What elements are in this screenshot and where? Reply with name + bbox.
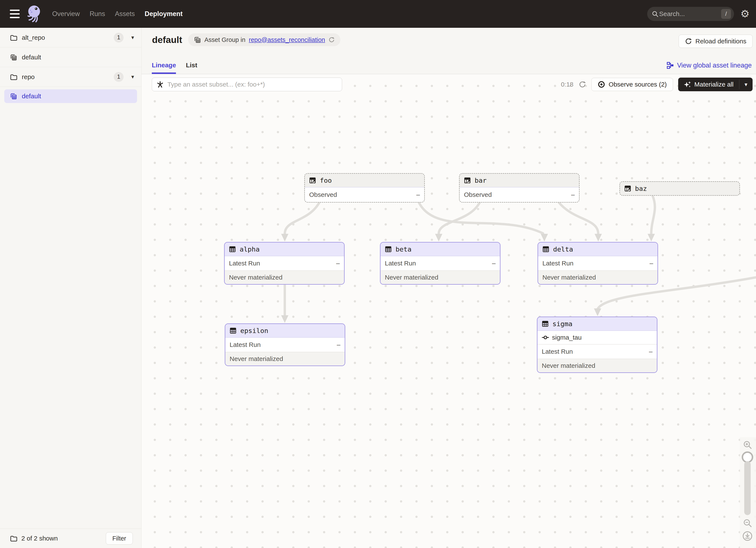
asset-name: foo xyxy=(320,177,332,184)
filter-button[interactable]: Filter xyxy=(106,532,133,545)
asset-name: baz xyxy=(635,185,647,192)
source-asset-icon xyxy=(624,185,632,192)
asset-selection-icon xyxy=(156,81,164,88)
row-label: Never materialized xyxy=(542,362,595,369)
canvas-actions: 0:18 Observe sources (2) xyxy=(561,78,753,91)
row-value: – xyxy=(649,348,653,355)
reload-definitions-button[interactable]: Reload definitions xyxy=(679,35,753,48)
sidebar-item-repo[interactable]: repo 1 ▾ xyxy=(0,67,141,87)
asset-name: beta xyxy=(396,246,412,253)
materialize-dropdown[interactable]: ▾ xyxy=(739,78,753,91)
asset-subset-input[interactable] xyxy=(167,81,338,88)
shown-count: 2 of 2 shown xyxy=(21,535,58,542)
materialize-all-button[interactable]: Materialize all ▾ xyxy=(678,78,753,91)
table-asset-icon xyxy=(229,327,237,334)
dagster-logo-icon[interactable] xyxy=(25,4,42,24)
sidebar-item-default-repo-selected[interactable]: default xyxy=(4,89,137,103)
zoom-controls xyxy=(741,440,754,542)
asset-subset-filter[interactable] xyxy=(152,78,342,91)
row-label: Latest Run xyxy=(542,260,573,267)
table-asset-icon xyxy=(229,246,236,253)
row-label: Latest Run xyxy=(542,348,573,355)
repo-location-link[interactable]: repo@assets_reconciliation xyxy=(249,36,325,43)
nav-assets[interactable]: Assets xyxy=(115,10,135,18)
refresh-icon[interactable] xyxy=(328,37,335,43)
asset-node-delta[interactable]: delta Latest Run – Never materialized xyxy=(537,242,658,285)
sidebar-item-alt-repo[interactable]: alt_repo 1 ▾ xyxy=(0,28,141,47)
zoom-slider-track[interactable] xyxy=(744,461,751,515)
lineage-graph-icon xyxy=(666,62,674,69)
row-value: – xyxy=(416,191,420,198)
chevron-down-icon: ▾ xyxy=(744,81,747,88)
asset-name: delta xyxy=(553,246,573,253)
row-label: Latest Run xyxy=(385,260,416,267)
chevron-down-icon[interactable]: ▾ xyxy=(131,74,134,80)
sidebar-item-label: repo xyxy=(22,73,35,81)
observe-eye-icon xyxy=(598,81,605,88)
sidebar-item-label: default xyxy=(22,54,41,61)
row-label: Never materialized xyxy=(542,274,596,281)
table-asset-icon xyxy=(542,246,550,253)
nav-links: Overview Runs Assets Deployment xyxy=(52,10,183,18)
table-asset-icon xyxy=(541,320,549,328)
folder-icon xyxy=(10,73,17,81)
search-icon xyxy=(651,10,659,18)
refresh-icon[interactable] xyxy=(579,81,586,88)
sidebar-item-default-altrepo[interactable]: default xyxy=(0,47,141,67)
tab-list[interactable]: List xyxy=(186,62,197,74)
chevron-down-icon[interactable]: ▾ xyxy=(131,34,134,41)
asset-check-name: sigma_tau xyxy=(552,334,582,341)
asset-node-baz[interactable]: baz xyxy=(619,181,740,196)
menu-icon[interactable] xyxy=(10,10,20,18)
row-label: Latest Run xyxy=(229,260,260,267)
row-value: – xyxy=(492,260,496,267)
asset-group-header: default Asset Group in repo@assets_recon… xyxy=(141,28,756,74)
sidebar-footer: 2 of 2 shown Filter xyxy=(0,529,141,548)
source-asset-icon xyxy=(309,177,316,184)
asset-node-beta[interactable]: beta Latest Run – Never materialized xyxy=(380,242,501,285)
global-search[interactable]: / xyxy=(647,7,734,21)
reload-icon xyxy=(685,38,692,45)
nav-deployment[interactable]: Deployment xyxy=(145,10,183,18)
row-label: Never materialized xyxy=(229,274,282,281)
folder-icon xyxy=(10,34,17,41)
refresh-timer: 0:18 xyxy=(561,81,573,88)
asset-name: sigma xyxy=(552,320,572,328)
settings-gear-icon[interactable]: ⚙ xyxy=(740,9,750,19)
sidebar-item-label: default xyxy=(22,93,41,100)
observe-sources-button[interactable]: Observe sources (2) xyxy=(591,78,673,91)
sparkle-icon xyxy=(684,81,691,88)
asset-check-icon xyxy=(542,334,549,341)
count-badge: 1 xyxy=(114,33,124,43)
asset-node-sigma[interactable]: sigma sigma_tau Latest Run – Never mater… xyxy=(537,316,657,373)
search-input[interactable] xyxy=(659,10,721,18)
row-label: Observed xyxy=(309,191,337,198)
reload-label: Reload definitions xyxy=(695,38,747,45)
view-global-lineage-link[interactable]: View global asset lineage xyxy=(666,62,752,69)
materialize-label: Materialize all xyxy=(694,81,734,88)
asset-node-epsilon[interactable]: epsilon Latest Run – Never materialized xyxy=(225,323,345,366)
asset-node-bar[interactable]: bar Observed – xyxy=(459,173,580,203)
asset-group-icon xyxy=(10,54,17,61)
search-shortcut-badge: / xyxy=(721,9,731,19)
row-value: – xyxy=(337,341,340,348)
download-image-icon[interactable] xyxy=(742,530,753,542)
lineage-canvas[interactable]: 0:18 Observe sources (2) xyxy=(141,74,756,548)
row-value: – xyxy=(650,260,653,267)
zoom-out-icon[interactable] xyxy=(743,518,752,528)
asset-group-icon xyxy=(10,93,17,100)
tab-lineage[interactable]: Lineage xyxy=(152,62,176,74)
row-value: – xyxy=(336,260,340,267)
asset-node-foo[interactable]: foo Observed – xyxy=(304,173,425,203)
global-lineage-label: View global asset lineage xyxy=(677,62,752,69)
context-prefix: Asset Group in xyxy=(204,36,245,43)
row-label: Observed xyxy=(464,191,492,198)
nav-overview[interactable]: Overview xyxy=(52,10,80,18)
top-nav: Overview Runs Assets Deployment / ⚙ xyxy=(0,0,756,28)
lineage-edges xyxy=(141,74,756,548)
folder-icon xyxy=(10,535,17,542)
asset-node-alpha[interactable]: alpha Latest Run – Never materialized xyxy=(224,242,345,285)
nav-runs[interactable]: Runs xyxy=(90,10,105,18)
zoom-in-icon[interactable] xyxy=(743,440,752,450)
asset-name: epsilon xyxy=(240,327,268,334)
